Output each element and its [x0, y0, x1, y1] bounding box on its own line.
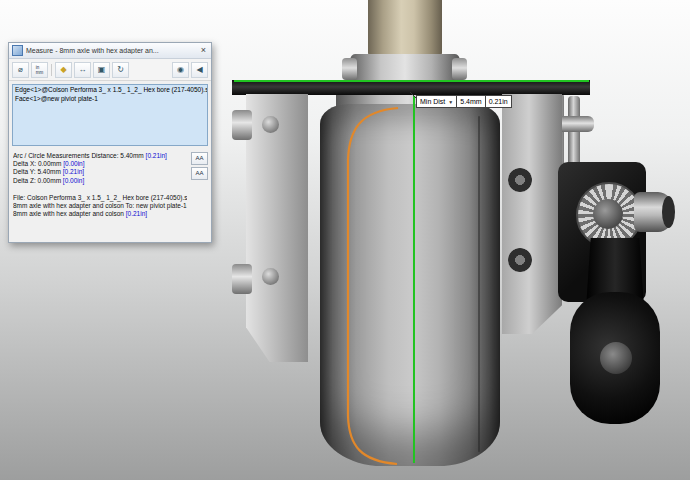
pulley-hub[interactable] — [600, 342, 632, 374]
result-delta-y: Delta Y: 5.40mm [0.21in] — [13, 168, 187, 176]
collapse-icon[interactable]: ◀ — [191, 62, 208, 78]
file-info: File: Colson Performa 3_ x 1.5_ 1_2_ Hex… — [13, 194, 187, 219]
result-delta-z-value: [0.00in] — [63, 177, 84, 184]
result-distance: Arc / Circle Measurements Distance: 5.40… — [13, 152, 187, 160]
callout-mode-label: Min Dist — [420, 98, 445, 105]
callout-mode-dropdown[interactable]: Min Dist ▼ — [416, 95, 457, 108]
sprocket-hub[interactable] — [593, 199, 623, 229]
text-size-controls: AA AA — [191, 152, 208, 180]
file-info-line-1-text: File: Colson Performa 3_ x 1.5_ 1_2_ Hex… — [13, 194, 187, 201]
result-distance-value: [0.21in] — [146, 152, 167, 159]
result-delta-x: Delta X: 0.00mm [0.00in] — [13, 160, 187, 168]
projected-on-icon[interactable]: ▣ — [93, 62, 110, 78]
chevron-down-icon: ▼ — [448, 99, 453, 105]
left-fork-plate[interactable] — [246, 94, 308, 362]
increase-text-icon[interactable]: AA — [191, 152, 208, 165]
result-delta-z-text: Delta Z: 0.00mm — [13, 177, 63, 184]
point-to-point-icon[interactable]: ↔ — [74, 62, 91, 78]
wheel-tread-line — [478, 116, 480, 452]
file-info-line-1: File: Colson Performa 3_ x 1.5_ 1_2_ Hex… — [13, 194, 187, 202]
file-info-line-3-value: [0.21in] — [126, 210, 147, 217]
decrease-text-icon[interactable]: AA — [191, 167, 208, 180]
left-axle-boss-top[interactable] — [232, 110, 252, 140]
close-icon[interactable]: × — [199, 46, 208, 55]
measure-dialog-title: Measure - 8mm axle with hex adapter an..… — [26, 47, 196, 54]
selection-list[interactable]: Edge<1>@Colson Performa 3_ x 1.5_ 1_2_ H… — [12, 84, 208, 146]
measure-results: AA AA Arc / Circle Measurements Distance… — [9, 149, 211, 242]
result-delta-x-value: [0.00in] — [63, 160, 84, 167]
measurement-history-icon[interactable]: ↻ — [112, 62, 129, 78]
measure-icon — [12, 45, 23, 56]
selection-item-face[interactable]: Face<1>@new piviot plate-1 — [13, 94, 207, 103]
file-info-line-3: 8mm axle with hex adapter and colson [0.… — [13, 210, 187, 218]
result-delta-y-text: Delta Y: 5.40mm — [13, 168, 63, 175]
selection-item-edge[interactable]: Edge<1>@Colson Performa 3_ x 1.5_ 1_2_ H… — [13, 85, 207, 94]
top-shaft[interactable] — [368, 0, 442, 60]
arc-circle-measure-icon[interactable]: ⌀ — [12, 62, 29, 78]
left-fork-screw-bottom[interactable] — [262, 268, 279, 285]
motor-shaft-cap[interactable] — [662, 196, 675, 228]
units-precision-icon[interactable]: in mm — [31, 62, 48, 78]
flange-bolt-left[interactable] — [342, 58, 357, 80]
mounting-plate[interactable] — [232, 80, 590, 95]
show-xyz-icon[interactable]: ◆ — [55, 62, 72, 78]
result-delta-y-value: [0.21in] — [63, 168, 84, 175]
right-fork-hex-screw-top[interactable] — [508, 168, 532, 192]
result-distance-text: Arc / Circle Measurements Distance: 5.40… — [13, 152, 146, 159]
measure-dialog: Measure - 8mm axle with hex adapter an..… — [8, 42, 212, 243]
measure-toolbar: ⌀ in mm ◆ ↔ ▣ ↻ ◉ ◀ — [9, 59, 211, 81]
callout-value-in: 0.21in — [485, 95, 512, 108]
left-axle-boss-bottom[interactable] — [232, 264, 252, 294]
flange-bolt-right[interactable] — [452, 58, 467, 80]
right-fork-plate[interactable] — [502, 94, 562, 334]
graphics-viewport: Min Dist ▼ 5.4mm 0.21in Measure - 8mm ax… — [0, 0, 690, 480]
file-info-line-2: 8mm axle with hex adapter and colson To:… — [13, 202, 187, 210]
left-fork-screw-top[interactable] — [262, 116, 279, 133]
pin-icon[interactable]: ◉ — [172, 62, 189, 78]
result-delta-z: Delta Z: 0.00mm [0.00in] — [13, 177, 187, 185]
result-delta-x-text: Delta X: 0.00mm — [13, 160, 63, 167]
toolbar-separator — [51, 64, 52, 76]
measure-dialog-titlebar[interactable]: Measure - 8mm axle with hex adapter an..… — [9, 43, 211, 59]
callout-value-mm: 5.4mm — [456, 95, 485, 108]
wheel[interactable] — [320, 104, 500, 466]
right-fork-hex-screw-bottom[interactable] — [508, 248, 532, 272]
file-info-line-3-text: 8mm axle with hex adapter and colson — [13, 210, 126, 217]
measurement-callout[interactable]: Min Dist ▼ 5.4mm 0.21in — [417, 95, 512, 108]
file-info-line-2-text: 8mm axle with hex adapter and colson To:… — [13, 202, 187, 209]
